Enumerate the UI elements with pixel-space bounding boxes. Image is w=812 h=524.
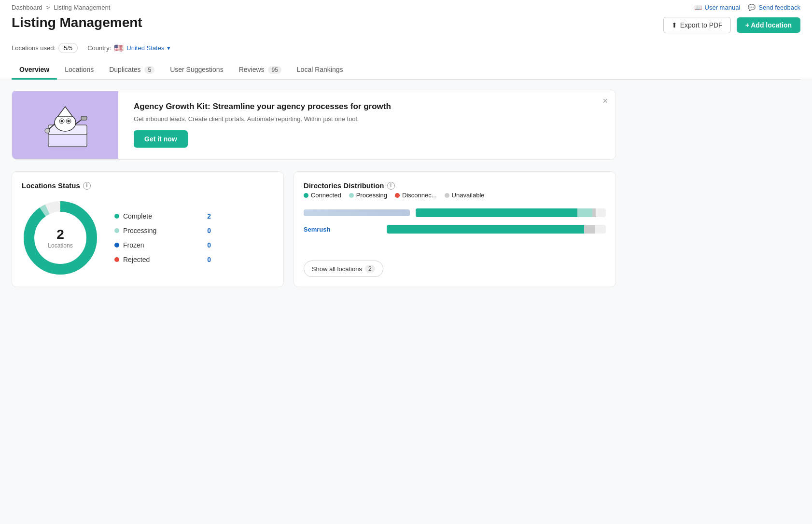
legend-processing: Processing 0 bbox=[114, 227, 211, 234]
promo-banner: Agency Growth Kit: Streamline your agenc… bbox=[12, 90, 616, 160]
user-manual-link[interactable]: 📖 User manual bbox=[694, 4, 741, 11]
tab-overview[interactable]: Overview bbox=[12, 61, 57, 80]
reviews-badge: 95 bbox=[268, 66, 281, 74]
promo-cta-button[interactable]: Get it now bbox=[134, 130, 188, 148]
breadcrumb-dashboard[interactable]: Dashboard bbox=[12, 4, 42, 11]
tab-reviews[interactable]: Reviews 95 bbox=[231, 61, 289, 80]
directories-distribution-card: Directories Distribution i Connected Pro… bbox=[294, 171, 616, 287]
breadcrumb-current: Listing Management bbox=[54, 4, 110, 11]
processing-dot bbox=[114, 228, 119, 233]
svg-rect-11 bbox=[81, 116, 87, 120]
breadcrumb: Dashboard > Listing Management bbox=[12, 4, 110, 11]
show-all-locations-button[interactable]: Show all locations 2 bbox=[304, 261, 383, 277]
chevron-down-icon: ▾ bbox=[167, 44, 170, 52]
tab-duplicates[interactable]: Duplicates 5 bbox=[101, 61, 162, 80]
page-title: Listing Management bbox=[12, 15, 142, 30]
status-legend: Complete 2 Processing 0 bbox=[114, 212, 211, 263]
locations-status-title: Locations Status i bbox=[22, 181, 274, 190]
export-pdf-button[interactable]: ⬆ Export to PDF bbox=[663, 17, 731, 33]
svg-point-6 bbox=[68, 120, 70, 122]
dir-bar-2 bbox=[387, 225, 606, 234]
promo-image bbox=[12, 91, 118, 159]
directory-row-blurred bbox=[304, 208, 606, 217]
bar-unavailable-2 bbox=[584, 225, 595, 234]
svg-point-9 bbox=[45, 128, 50, 133]
disconnected-dot bbox=[395, 193, 400, 198]
add-location-button[interactable]: + Add location bbox=[737, 17, 800, 33]
tab-local-rankings[interactable]: Local Rankings bbox=[289, 61, 351, 80]
legend-rejected: Rejected 0 bbox=[114, 256, 211, 263]
tab-locations[interactable]: Locations bbox=[57, 61, 101, 80]
promo-description: Get inbound leads. Create client portals… bbox=[134, 115, 600, 123]
breadcrumb-separator: > bbox=[46, 4, 50, 11]
promo-illustration bbox=[34, 96, 97, 154]
svg-marker-7 bbox=[58, 107, 72, 116]
dir-legend-unavailable: Unavailable bbox=[445, 192, 485, 199]
country-selector[interactable]: Country: 🇺🇸 United States ▾ bbox=[87, 43, 170, 53]
duplicates-badge: 5 bbox=[144, 66, 154, 74]
legend-frozen: Frozen 0 bbox=[114, 241, 211, 249]
bar-unavailable-1 bbox=[592, 208, 596, 217]
directories-legend: Connected Processing Disconnec... Unavai… bbox=[304, 192, 606, 199]
dir-legend-processing: Processing bbox=[349, 192, 387, 199]
svg-point-5 bbox=[61, 120, 63, 122]
main-tabs: Overview Locations Duplicates 5 User Sug… bbox=[12, 61, 800, 80]
export-icon: ⬆ bbox=[672, 21, 677, 29]
complete-dot bbox=[114, 214, 119, 219]
semrush-name[interactable]: Semrush bbox=[304, 226, 381, 233]
donut-label: 2 Locations bbox=[48, 227, 72, 249]
donut-chart: 2 Locations bbox=[22, 199, 99, 276]
bar-connected-2 bbox=[387, 225, 584, 234]
book-icon: 📖 bbox=[694, 4, 702, 11]
dir-bar-1 bbox=[416, 208, 606, 217]
feedback-icon: 💬 bbox=[748, 4, 756, 11]
locations-status-info-icon[interactable]: i bbox=[83, 182, 91, 190]
locations-badge: 5/5 bbox=[58, 43, 78, 53]
dir-legend-connected: Connected bbox=[304, 192, 341, 199]
directories-title: Directories Distribution i bbox=[304, 181, 606, 190]
unavailable-dot bbox=[445, 193, 449, 198]
tab-user-suggestions[interactable]: User Suggestions bbox=[162, 61, 231, 80]
rejected-dot bbox=[114, 257, 119, 262]
legend-complete: Complete 2 bbox=[114, 212, 211, 220]
dir-processing-dot bbox=[349, 193, 354, 198]
locations-status-card: Locations Status i 2 Locations bbox=[12, 171, 284, 287]
promo-title: Agency Growth Kit: Streamline your agenc… bbox=[134, 102, 600, 111]
bar-connected-1 bbox=[416, 208, 577, 217]
bar-processing-1 bbox=[577, 208, 593, 217]
dir-legend-disconnected: Disconnec... bbox=[395, 192, 437, 199]
directory-row-semrush: Semrush bbox=[304, 225, 606, 234]
send-feedback-link[interactable]: 💬 Send feedback bbox=[748, 4, 800, 11]
connected-dot bbox=[304, 193, 308, 198]
promo-text-section: Agency Growth Kit: Streamline your agenc… bbox=[118, 90, 616, 159]
blurred-name bbox=[304, 209, 410, 216]
show-all-count: 2 bbox=[365, 265, 375, 273]
frozen-dot bbox=[114, 243, 119, 248]
flag-icon: 🇺🇸 bbox=[114, 43, 124, 53]
close-promo-button[interactable]: × bbox=[602, 96, 608, 106]
directories-info-icon[interactable]: i bbox=[387, 182, 395, 190]
locations-used: Locations used: 5/5 bbox=[12, 43, 78, 53]
